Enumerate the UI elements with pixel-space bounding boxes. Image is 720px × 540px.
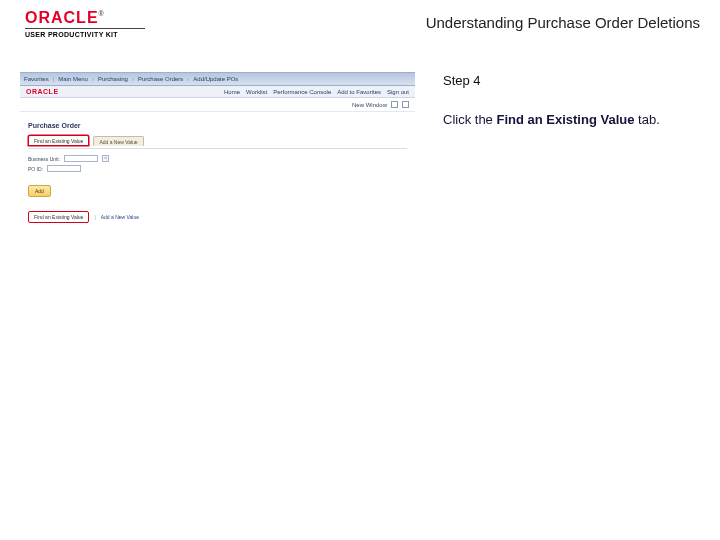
lookup-icon[interactable] xyxy=(102,155,109,162)
personalize-icon[interactable] xyxy=(402,101,409,108)
instruction-bold: Find an Existing Value xyxy=(496,112,634,127)
tab-find-existing-value[interactable]: Find an Existing Value xyxy=(28,135,89,146)
toolbar-link[interactable]: Worklist xyxy=(246,89,267,95)
label-business-unit: Business Unit: xyxy=(28,156,60,162)
instruction-prefix: Click the xyxy=(443,112,496,127)
crumb[interactable]: Add/Update POs xyxy=(193,76,238,82)
mini-page-heading: Purchase Order xyxy=(28,122,407,129)
divider: | xyxy=(94,214,95,220)
instruction-suffix: tab. xyxy=(634,112,659,127)
mini-toolbar: Home Worklist Performance Console Add to… xyxy=(20,86,415,98)
toolbar-link[interactable]: Sign out xyxy=(387,89,409,95)
footer-link-add-new[interactable]: Add a New Value xyxy=(101,214,139,220)
toolbar-link[interactable]: Performance Console xyxy=(273,89,331,95)
instruction-text: Click the Find an Existing Value tab. xyxy=(443,111,693,130)
tab-add-new-value[interactable]: Add a New Value xyxy=(93,136,143,146)
instruction-panel: Step 4 Click the Find an Existing Value … xyxy=(443,72,693,130)
label-po-id: PO ID: xyxy=(28,166,43,172)
help-icon[interactable] xyxy=(391,101,398,108)
add-button[interactable]: Add xyxy=(28,185,51,197)
mini-breadcrumb-bar: Favorites| Main Menu› Purchasing› Purcha… xyxy=(20,72,415,86)
step-label: Step 4 xyxy=(443,72,693,91)
brand-tm: ® xyxy=(99,10,104,17)
mini-brand: ORACLE xyxy=(26,88,59,95)
crumb[interactable]: Favorites xyxy=(24,76,49,82)
toolbar-link[interactable]: Add to Favorites xyxy=(337,89,381,95)
brand-subline: USER PRODUCTIVITY KIT xyxy=(25,28,145,38)
mini-tab-row: Find an Existing Value Add a New Value xyxy=(28,135,407,146)
brand-logo: ORACLE® USER PRODUCTIVITY KIT xyxy=(25,10,145,38)
crumb[interactable]: Main Menu xyxy=(58,76,88,82)
input-po-id[interactable] xyxy=(47,165,81,172)
screenshot-panel: Favorites| Main Menu› Purchasing› Purcha… xyxy=(20,72,415,227)
new-window-label[interactable]: New Window xyxy=(352,102,387,108)
toolbar-link[interactable]: Home xyxy=(224,89,240,95)
crumb[interactable]: Purchasing xyxy=(98,76,128,82)
page-title: Understanding Purchase Order Deletions xyxy=(426,10,708,31)
mini-window-band: New Window xyxy=(20,98,415,112)
brand-word: ORACLE xyxy=(25,9,99,26)
input-business-unit[interactable] xyxy=(64,155,98,162)
crumb[interactable]: Purchase Orders xyxy=(138,76,183,82)
footer-tab-find-existing[interactable]: Find an Existing Value xyxy=(28,211,89,223)
